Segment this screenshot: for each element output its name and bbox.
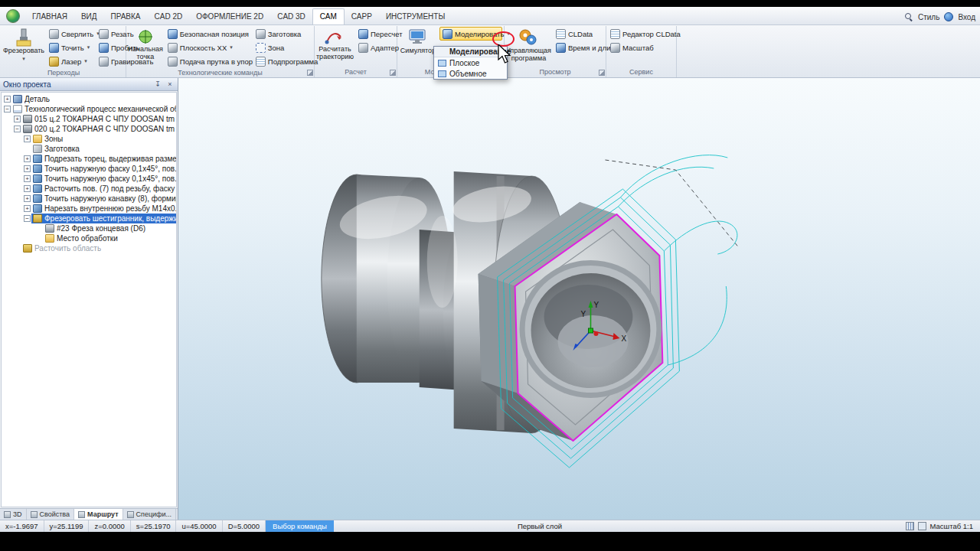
- subprogram-button[interactable]: Подпрограмма: [253, 54, 321, 68]
- coord-y: y=25.1199: [44, 520, 90, 532]
- nc-program-button[interactable]: Управляющая программа: [506, 27, 551, 67]
- ribbon-tabs: ГЛАВНАЯ ВИД ПРАВКА CAD 2D ОФОРМЛЕНИЕ 2D …: [25, 8, 452, 24]
- tree-item[interactable]: +Подрезать торец, выдерживая размер 20.5: [2, 154, 176, 164]
- expander-icon[interactable]: −: [14, 126, 21, 132]
- group-label-raschet: Расчет: [316, 67, 395, 77]
- ribbon-group-perehody: Фрезеровать ▾ Сверлить▾ Точить▾ Лазер▾ Р…: [2, 26, 126, 77]
- tree-item[interactable]: +015 ц.2 ТОКАРНАЯ С ЧПУ DOOSAN tm: [2, 114, 176, 124]
- simulator-button[interactable]: Симулятор: [399, 27, 437, 67]
- ribbon-group-tech-commands: Начальная точка Безопасная позиция Плоск…: [126, 26, 315, 77]
- stock-button[interactable]: Заготовка: [253, 27, 321, 41]
- tab-cad3d[interactable]: CAD 3D: [270, 9, 312, 24]
- tab-vid[interactable]: ВИД: [74, 9, 104, 24]
- tab-capp[interactable]: САРР: [345, 9, 379, 24]
- safe-position-icon: [168, 29, 178, 39]
- clock-icon: [556, 43, 566, 53]
- calculate-toolpath-button[interactable]: Расчитать траекторию: [316, 27, 354, 67]
- menu-item-ploskoe[interactable]: Плоское: [434, 57, 507, 68]
- tree-item[interactable]: −020 ц.2 ТОКАРНАЯ С ЧПУ DOOSAN tm: [2, 124, 176, 134]
- zone-button[interactable]: Зона: [253, 41, 321, 54]
- bar-feed-button[interactable]: Подача прутка в упор▾: [165, 54, 251, 68]
- grid-icon[interactable]: [906, 522, 914, 530]
- tab-instrumenty[interactable]: ИНСТРУМЕНТЫ: [379, 9, 452, 24]
- drill-icon: [49, 29, 59, 39]
- chevron-down-icon: ▾: [84, 58, 87, 64]
- expander-icon[interactable]: +: [24, 195, 31, 202]
- expander-icon[interactable]: +: [24, 165, 31, 172]
- layers-icon[interactable]: [918, 522, 926, 530]
- style-menu[interactable]: Стиль: [918, 13, 939, 21]
- tree-item[interactable]: +Точить наружную фаску 0,1х45°, пов. (6)…: [2, 164, 176, 174]
- tab-pravka[interactable]: ПРАВКА: [104, 9, 148, 24]
- dialog-launcher-icon[interactable]: [307, 70, 313, 76]
- axis-label-y2: Y: [580, 310, 586, 318]
- operation-icon: [33, 165, 42, 173]
- expander-icon[interactable]: +: [24, 205, 31, 212]
- tree-item[interactable]: Расточить область: [2, 243, 176, 253]
- tree-item[interactable]: +Точить наружную канавку (8), формируя R: [2, 194, 176, 204]
- expander-icon[interactable]: +: [24, 175, 31, 182]
- expander-icon[interactable]: +: [24, 155, 31, 162]
- operation-icon: [33, 184, 42, 193]
- expander-icon[interactable]: −: [24, 215, 31, 222]
- search-icon[interactable]: [905, 13, 913, 21]
- tab-cam[interactable]: САМ: [312, 8, 345, 24]
- tree-item[interactable]: #23 Фреза концевая (D6): [2, 223, 176, 233]
- project-panel-header: Окно проекта ↧ ×: [0, 78, 178, 91]
- expander-icon[interactable]: −: [4, 106, 11, 112]
- scale-button[interactable]: Масштаб: [608, 41, 683, 54]
- tree-item-selected[interactable]: −Фрезеровать шестигранник, выдерживая р: [2, 214, 176, 223]
- drill-button[interactable]: Сверлить▾: [47, 27, 94, 41]
- dialog-launcher-icon[interactable]: [599, 70, 605, 76]
- cldata-doc-icon: [556, 29, 566, 39]
- chevron-down-icon: ▾: [230, 44, 233, 51]
- turn-button[interactable]: Точить▾: [47, 41, 94, 54]
- laser-button[interactable]: Лазер▾: [47, 54, 94, 68]
- app-logo-icon[interactable]: [6, 9, 20, 23]
- expander-icon[interactable]: +: [4, 96, 11, 103]
- expander-icon[interactable]: +: [14, 116, 21, 122]
- 3d-viewport[interactable]: Y Y X: [178, 78, 980, 520]
- expander-icon[interactable]: +: [24, 135, 31, 142]
- ribbon-group-servis: Редактор CLData Масштаб Сервис: [606, 26, 677, 77]
- start-point-button[interactable]: Начальная точка: [128, 27, 163, 68]
- login-icon[interactable]: [944, 12, 953, 21]
- cldata-editor-button[interactable]: Редактор CLData: [608, 27, 683, 41]
- tree-item[interactable]: +Точить наружную фаску 0,1х45°, пов. (6)…: [2, 174, 176, 184]
- volume-sim-icon: [438, 70, 446, 77]
- tree-item[interactable]: Место обработки: [2, 233, 176, 243]
- tree-item[interactable]: +Деталь: [2, 94, 176, 104]
- panel-tab-route[interactable]: Маршрут: [74, 509, 123, 520]
- dialog-launcher-icon[interactable]: [390, 70, 396, 76]
- login-button[interactable]: Вход: [958, 13, 975, 21]
- pin-icon[interactable]: ↧: [153, 80, 162, 88]
- safe-position-button[interactable]: Безопасная позиция: [165, 27, 251, 41]
- tab-oformlenie-2d[interactable]: ОФОРМЛЕНИЕ 2D: [189, 9, 270, 24]
- group-label-tech-commands: Технологические команды: [128, 68, 312, 77]
- app-window: ГЛАВНАЯ ВИД ПРАВКА CAD 2D ОФОРМЛЕНИЕ 2D …: [0, 7, 980, 532]
- zoom-level[interactable]: Масштаб 1:1: [930, 522, 974, 530]
- panel-tab-properties[interactable]: Свойства: [27, 509, 75, 520]
- simulator-icon: [408, 28, 428, 47]
- panel-tab-specification[interactable]: Специфи...: [123, 509, 177, 520]
- axis-label-y: Y: [593, 301, 599, 309]
- nc-program-icon: [518, 28, 538, 47]
- mill-transition-button[interactable]: Фрезеровать ▾: [3, 27, 44, 68]
- tree-item[interactable]: −Технологический процесс механической об…: [2, 104, 176, 114]
- tree-item[interactable]: +Нарезать внутреннюю резьбу М14х0.5-6Н: [2, 204, 176, 214]
- screen: ГЛАВНАЯ ВИД ПРАВКА CAD 2D ОФОРМЛЕНИЕ 2D …: [0, 0, 980, 551]
- panel-tab-3d[interactable]: 3D: [0, 509, 27, 520]
- tree-item[interactable]: +Расточить пов. (7) под резьбу, фаску 0,…: [2, 184, 176, 194]
- menu-item-obemnoe[interactable]: Объемное: [434, 68, 507, 79]
- tab-cad2d[interactable]: CAD 2D: [148, 9, 190, 24]
- subprogram-icon: [256, 57, 266, 67]
- plane-xx-button[interactable]: Плоскость XX▾: [165, 41, 251, 54]
- close-icon[interactable]: ×: [165, 80, 175, 88]
- tree-item[interactable]: Заготовка: [2, 144, 176, 154]
- document-icon: [13, 105, 22, 113]
- menu-item-modelirovanie[interactable]: Моделирование: [434, 47, 507, 57]
- expander-icon[interactable]: +: [24, 185, 31, 192]
- tab-glavnaya[interactable]: ГЛАВНАЯ: [25, 9, 74, 24]
- tree-item[interactable]: +Зоны: [2, 134, 176, 144]
- coord-u: u=45.0000: [176, 520, 222, 532]
